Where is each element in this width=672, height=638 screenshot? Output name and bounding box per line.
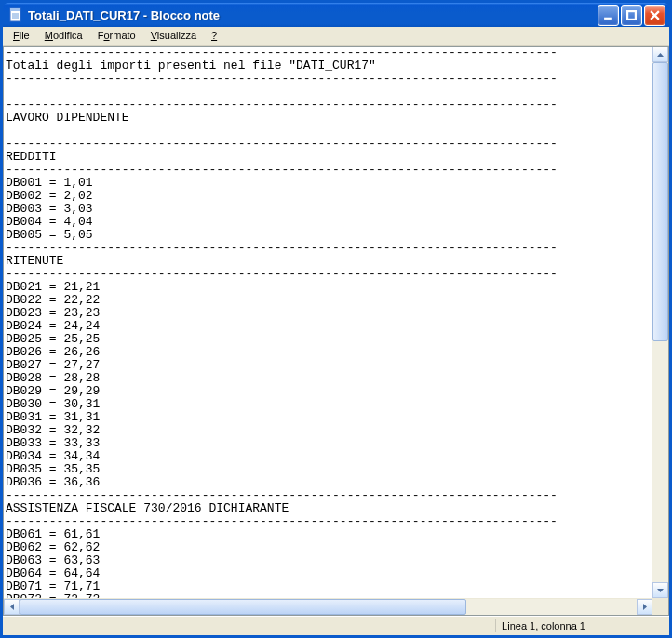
maximize-button[interactable] [621, 5, 642, 26]
svg-rect-6 [627, 11, 636, 20]
menu-visualizza[interactable]: Visualizza [144, 29, 203, 42]
menu-help[interactable]: ? [205, 29, 223, 42]
scroll-up-button[interactable] [652, 47, 668, 62]
status-bar: Linea 1, colonna 1 [3, 616, 669, 635]
notepad-window: Totali_DATI_CUR17 - Blocco note File Mod… [0, 0, 672, 638]
horizontal-scrollbar[interactable] [4, 598, 668, 615]
status-caret-position: Linea 1, colonna 1 [495, 619, 641, 632]
text-editor[interactable]: ----------------------------------------… [4, 47, 652, 598]
window-inner: File Modifica Formato Visualizza ? -----… [3, 27, 669, 635]
notepad-icon [8, 7, 23, 22]
close-button[interactable] [644, 5, 665, 26]
vertical-scrollbar[interactable] [652, 47, 668, 598]
vertical-scroll-thumb[interactable] [652, 62, 668, 341]
svg-rect-5 [604, 17, 612, 19]
scroll-left-button[interactable] [4, 599, 20, 615]
menu-file[interactable]: File [7, 29, 36, 42]
scroll-right-button[interactable] [637, 599, 652, 615]
menu-formato[interactable]: Formato [91, 29, 142, 42]
title-bar[interactable]: Totali_DATI_CUR17 - Blocco note [3, 3, 669, 27]
scroll-corner [652, 599, 668, 615]
menu-modifica[interactable]: Modifica [38, 29, 89, 42]
scroll-down-button[interactable] [652, 582, 668, 598]
text-wrap: ----------------------------------------… [4, 47, 668, 598]
window-title: Totali_DATI_CUR17 - Blocco note [28, 8, 598, 22]
window-buttons [598, 5, 665, 26]
minimize-button[interactable] [598, 5, 619, 26]
horizontal-scroll-thumb[interactable] [20, 599, 466, 615]
menu-bar: File Modifica Formato Visualizza ? [3, 27, 669, 46]
client-area: ----------------------------------------… [3, 46, 669, 616]
svg-rect-1 [10, 8, 20, 11]
horizontal-scroll-track[interactable] [20, 599, 637, 615]
vertical-scroll-track[interactable] [652, 62, 668, 582]
